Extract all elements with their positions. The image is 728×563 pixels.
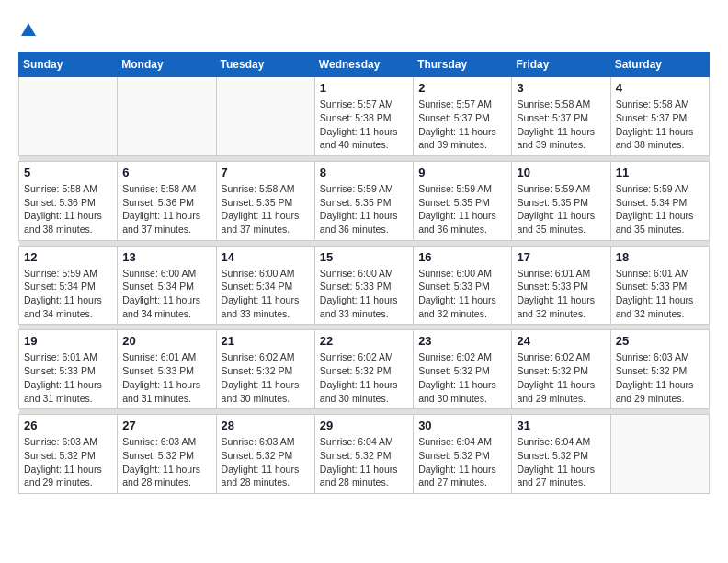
- calendar-cell: 10Sunrise: 5:59 AM Sunset: 5:35 PM Dayli…: [512, 161, 610, 240]
- calendar-cell: [19, 77, 118, 156]
- calendar-cell: 24Sunrise: 6:02 AM Sunset: 5:32 PM Dayli…: [512, 330, 610, 409]
- day-info: Sunrise: 5:58 AM Sunset: 5:37 PM Dayligh…: [517, 98, 605, 152]
- day-info: Sunrise: 5:58 AM Sunset: 5:36 PM Dayligh…: [122, 182, 210, 236]
- day-number: 24: [517, 334, 605, 348]
- day-info: Sunrise: 5:58 AM Sunset: 5:36 PM Dayligh…: [24, 182, 112, 236]
- day-info: Sunrise: 6:03 AM Sunset: 5:32 PM Dayligh…: [222, 435, 310, 489]
- logo: [18, 18, 39, 37]
- day-number: 9: [418, 166, 506, 179]
- calendar: SundayMondayTuesdayWednesdayThursdayFrid…: [18, 52, 710, 494]
- day-number: 23: [418, 334, 506, 348]
- day-number: 5: [24, 166, 112, 179]
- day-info: Sunrise: 6:01 AM Sunset: 5:33 PM Dayligh…: [24, 350, 112, 405]
- calendar-week-row: 12Sunrise: 5:59 AM Sunset: 5:34 PM Dayli…: [19, 246, 710, 325]
- day-number: 4: [616, 81, 704, 95]
- calendar-cell: 28Sunrise: 6:03 AM Sunset: 5:32 PM Dayli…: [216, 415, 314, 494]
- calendar-cell: 27Sunrise: 6:03 AM Sunset: 5:32 PM Dayli…: [118, 415, 216, 494]
- weekday-header: Saturday: [610, 52, 709, 77]
- calendar-cell: 31Sunrise: 6:04 AM Sunset: 5:32 PM Dayli…: [512, 415, 610, 494]
- day-number: 25: [616, 334, 704, 348]
- calendar-cell: 11Sunrise: 5:59 AM Sunset: 5:34 PM Dayli…: [610, 161, 709, 240]
- calendar-week-row: 5Sunrise: 5:58 AM Sunset: 5:36 PM Daylig…: [19, 161, 710, 240]
- day-info: Sunrise: 5:58 AM Sunset: 5:37 PM Dayligh…: [616, 98, 704, 152]
- calendar-cell: 20Sunrise: 6:01 AM Sunset: 5:33 PM Dayli…: [118, 330, 216, 409]
- weekday-header: Monday: [118, 52, 216, 77]
- calendar-cell: 15Sunrise: 6:00 AM Sunset: 5:33 PM Dayli…: [314, 246, 413, 325]
- day-number: 8: [320, 166, 408, 179]
- day-info: Sunrise: 6:02 AM Sunset: 5:32 PM Dayligh…: [418, 350, 506, 405]
- day-info: Sunrise: 5:57 AM Sunset: 5:37 PM Dayligh…: [418, 98, 506, 152]
- calendar-cell: 30Sunrise: 6:04 AM Sunset: 5:32 PM Dayli…: [414, 415, 512, 494]
- calendar-cell: 14Sunrise: 6:00 AM Sunset: 5:34 PM Dayli…: [216, 246, 314, 325]
- header: [18, 18, 710, 37]
- calendar-cell: 9Sunrise: 5:59 AM Sunset: 5:35 PM Daylig…: [414, 161, 512, 240]
- day-info: Sunrise: 6:00 AM Sunset: 5:33 PM Dayligh…: [418, 267, 506, 321]
- day-number: 16: [418, 250, 506, 264]
- day-info: Sunrise: 5:59 AM Sunset: 5:35 PM Dayligh…: [517, 182, 605, 236]
- calendar-cell: [118, 77, 216, 156]
- day-number: 29: [320, 419, 408, 432]
- calendar-cell: 16Sunrise: 6:00 AM Sunset: 5:33 PM Dayli…: [414, 246, 512, 325]
- calendar-cell: 13Sunrise: 6:00 AM Sunset: 5:34 PM Dayli…: [118, 246, 216, 325]
- calendar-cell: 23Sunrise: 6:02 AM Sunset: 5:32 PM Dayli…: [414, 330, 512, 409]
- day-info: Sunrise: 6:02 AM Sunset: 5:32 PM Dayligh…: [517, 350, 605, 405]
- day-info: Sunrise: 6:03 AM Sunset: 5:32 PM Dayligh…: [122, 435, 210, 489]
- day-number: 11: [616, 166, 704, 179]
- day-info: Sunrise: 5:59 AM Sunset: 5:35 PM Dayligh…: [418, 182, 506, 236]
- calendar-cell: 8Sunrise: 5:59 AM Sunset: 5:35 PM Daylig…: [314, 161, 413, 240]
- day-number: 26: [24, 419, 112, 432]
- day-number: 7: [222, 166, 310, 179]
- day-info: Sunrise: 6:00 AM Sunset: 5:34 PM Dayligh…: [122, 267, 210, 321]
- calendar-week-row: 1Sunrise: 5:57 AM Sunset: 5:38 PM Daylig…: [19, 77, 710, 156]
- calendar-cell: 12Sunrise: 5:59 AM Sunset: 5:34 PM Dayli…: [19, 246, 118, 325]
- day-info: Sunrise: 6:00 AM Sunset: 5:34 PM Dayligh…: [222, 267, 310, 321]
- day-number: 20: [122, 334, 210, 348]
- day-info: Sunrise: 6:04 AM Sunset: 5:32 PM Dayligh…: [517, 435, 605, 489]
- day-info: Sunrise: 5:59 AM Sunset: 5:35 PM Dayligh…: [320, 182, 408, 236]
- day-info: Sunrise: 6:04 AM Sunset: 5:32 PM Dayligh…: [320, 435, 408, 489]
- day-number: 19: [24, 334, 112, 348]
- day-info: Sunrise: 6:01 AM Sunset: 5:33 PM Dayligh…: [616, 267, 704, 321]
- day-number: 18: [616, 250, 704, 264]
- day-info: Sunrise: 5:58 AM Sunset: 5:35 PM Dayligh…: [222, 182, 310, 236]
- logo-icon: [19, 21, 38, 40]
- day-info: Sunrise: 6:03 AM Sunset: 5:32 PM Dayligh…: [24, 435, 112, 489]
- day-info: Sunrise: 6:03 AM Sunset: 5:32 PM Dayligh…: [616, 350, 704, 405]
- calendar-cell: 22Sunrise: 6:02 AM Sunset: 5:32 PM Dayli…: [314, 330, 413, 409]
- day-number: 15: [320, 250, 408, 264]
- day-number: 22: [320, 334, 408, 348]
- day-info: Sunrise: 6:01 AM Sunset: 5:33 PM Dayligh…: [517, 267, 605, 321]
- day-number: 10: [517, 166, 605, 179]
- day-number: 30: [418, 419, 506, 432]
- day-info: Sunrise: 6:02 AM Sunset: 5:32 PM Dayligh…: [222, 350, 310, 405]
- logo-text: [18, 18, 39, 40]
- weekday-header: Thursday: [414, 52, 512, 77]
- calendar-cell: 7Sunrise: 5:58 AM Sunset: 5:35 PM Daylig…: [216, 161, 314, 240]
- weekday-header: Friday: [512, 52, 610, 77]
- day-number: 27: [122, 419, 210, 432]
- day-number: 31: [517, 419, 605, 432]
- day-number: 14: [222, 250, 310, 264]
- weekday-header: Sunday: [19, 52, 118, 77]
- calendar-cell: 6Sunrise: 5:58 AM Sunset: 5:36 PM Daylig…: [118, 161, 216, 240]
- day-number: 2: [418, 81, 506, 95]
- calendar-cell: [610, 415, 709, 494]
- day-number: 12: [24, 250, 112, 264]
- day-number: 3: [517, 81, 605, 95]
- calendar-week-row: 19Sunrise: 6:01 AM Sunset: 5:33 PM Dayli…: [19, 330, 710, 409]
- day-info: Sunrise: 6:00 AM Sunset: 5:33 PM Dayligh…: [320, 267, 408, 321]
- calendar-cell: 5Sunrise: 5:58 AM Sunset: 5:36 PM Daylig…: [19, 161, 118, 240]
- day-number: 6: [122, 166, 210, 179]
- calendar-cell: [216, 77, 314, 156]
- day-info: Sunrise: 6:01 AM Sunset: 5:33 PM Dayligh…: [122, 350, 210, 405]
- calendar-cell: 17Sunrise: 6:01 AM Sunset: 5:33 PM Dayli…: [512, 246, 610, 325]
- day-info: Sunrise: 5:59 AM Sunset: 5:34 PM Dayligh…: [616, 182, 704, 236]
- weekday-header-row: SundayMondayTuesdayWednesdayThursdayFrid…: [19, 52, 710, 77]
- calendar-cell: 29Sunrise: 6:04 AM Sunset: 5:32 PM Dayli…: [314, 415, 413, 494]
- calendar-cell: 21Sunrise: 6:02 AM Sunset: 5:32 PM Dayli…: [216, 330, 314, 409]
- weekday-header: Tuesday: [216, 52, 314, 77]
- day-number: 28: [222, 419, 310, 432]
- day-info: Sunrise: 5:59 AM Sunset: 5:34 PM Dayligh…: [24, 267, 112, 321]
- day-info: Sunrise: 6:02 AM Sunset: 5:32 PM Dayligh…: [320, 350, 408, 405]
- calendar-cell: 1Sunrise: 5:57 AM Sunset: 5:38 PM Daylig…: [314, 77, 413, 156]
